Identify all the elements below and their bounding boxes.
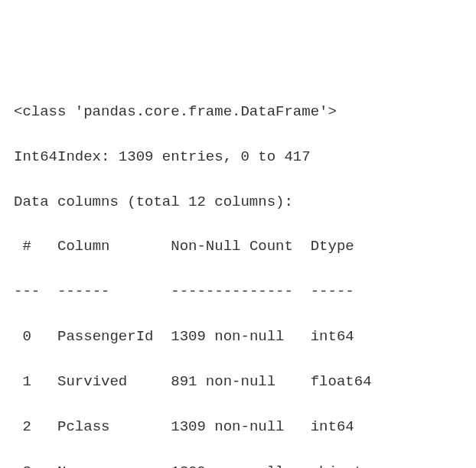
row-dtype: int64 — [311, 328, 372, 345]
divider-dtype: ----- — [311, 283, 372, 300]
row-idx: 0 — [14, 328, 40, 345]
row-nonnull: 1309 non-null — [171, 463, 293, 468]
row-idx: 1 — [14, 373, 40, 390]
table-row: 0 PassengerId 1309 non-null int64 — [14, 326, 462, 348]
row-dtype: object — [311, 463, 372, 468]
divider-idx: --- — [14, 283, 40, 300]
row-idx: 2 — [14, 418, 40, 435]
table-divider: --- ------ -------------- ----- — [14, 281, 462, 303]
row-nonnull: 1309 non-null — [171, 328, 293, 345]
row-column: PassengerId — [57, 328, 153, 345]
divider-column: ------ — [57, 283, 153, 300]
row-column: Pclass — [57, 418, 153, 435]
col-name-header: Column — [57, 238, 153, 255]
row-dtype: int64 — [311, 418, 372, 435]
table-row: 3 Name 1309 non-null object — [14, 461, 462, 468]
table-row: 1 Survived 891 non-null float64 — [14, 371, 462, 393]
row-nonnull: 891 non-null — [171, 373, 293, 390]
df-index-line: Int64Index: 1309 entries, 0 to 417 — [14, 146, 462, 168]
row-column: Name — [57, 463, 153, 468]
table-header: # Column Non-Null Count Dtype — [14, 236, 462, 258]
row-idx: 3 — [14, 463, 40, 468]
col-dtype-header: Dtype — [311, 238, 372, 255]
table-row: 2 Pclass 1309 non-null int64 — [14, 416, 462, 438]
col-nonnull-header: Non-Null Count — [171, 238, 293, 255]
row-dtype: float64 — [311, 373, 372, 390]
divider-nonnull: -------------- — [171, 283, 293, 300]
df-class-line: <class 'pandas.core.frame.DataFrame'> — [14, 101, 462, 123]
row-nonnull: 1309 non-null — [171, 418, 293, 435]
col-idx-header: # — [14, 238, 40, 255]
df-columns-line: Data columns (total 12 columns): — [14, 191, 462, 213]
row-column: Survived — [57, 373, 153, 390]
